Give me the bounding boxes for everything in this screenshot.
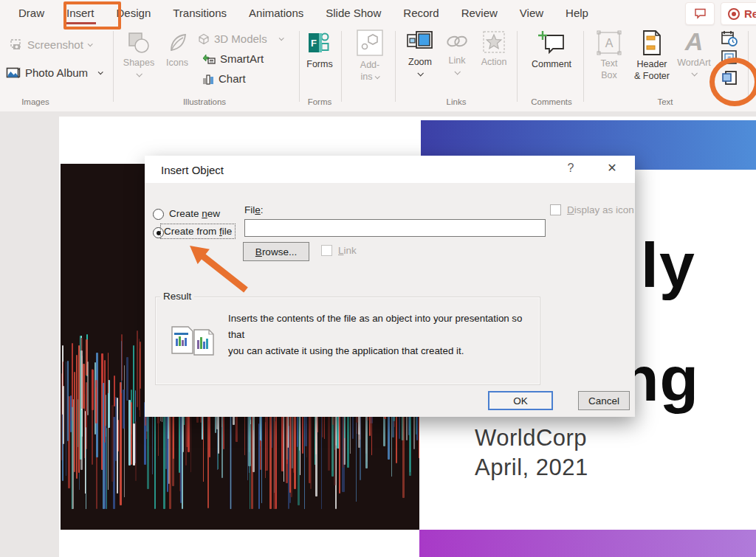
link-icon [444,30,470,52]
text-box-label-line1: Text [601,58,618,69]
group-divider [583,31,584,102]
forms-label: Forms [306,59,332,70]
date-time-button[interactable] [721,30,740,47]
screenshot-button[interactable]: Screenshot [10,38,92,51]
create-from-file-label[interactable]: Create from file [160,224,236,239]
menu-tabs: Draw Insert Design Transitions Animation… [7,0,599,27]
result-groupbox: Inserts the contents of the file as an o… [155,297,540,385]
links-group-label: Links [447,97,467,106]
3d-cube-icon [198,33,210,45]
forms-button[interactable]: F Forms [301,30,338,70]
chevron-down-icon [88,41,93,46]
photo-album-button[interactable]: Photo Album [6,66,102,79]
screenshot-label: Screenshot [27,38,83,51]
header-footer-button[interactable]: Header & Footer [630,30,673,82]
chevron-down-icon [136,71,142,77]
comment-label: Comment [532,59,571,70]
shapes-button[interactable]: Shapes [121,31,157,77]
group-divider [517,31,518,102]
object-icon [721,69,738,87]
tab-animations[interactable]: Animations [238,0,315,27]
comment-button[interactable]: Comment [526,30,577,70]
tab-record[interactable]: Record [392,0,450,27]
text-box-icon: A [596,30,622,55]
tab-draw[interactable]: Draw [7,0,55,27]
result-groupbox-label: Result [160,291,194,302]
3d-models-button[interactable]: 3D Models [198,32,283,45]
cancel-button[interactable]: Cancel [578,391,630,410]
create-new-label[interactable]: Create new [169,208,220,219]
screenshot-icon [10,39,23,50]
images-group-label: Images [21,97,49,106]
group-divider [748,31,749,102]
text-box-label-line2: Box [601,70,617,81]
tab-transitions[interactable]: Transitions [162,0,238,27]
chevron-down-icon [454,69,460,75]
ok-button[interactable]: OK [488,391,553,410]
wordart-label: WordArt [677,58,711,69]
text-group-label: Text [657,97,673,106]
shapes-icon [127,31,151,55]
add-ins-label-line1: Add- [360,60,379,71]
3d-models-label: 3D Models [214,32,267,45]
tab-insert[interactable]: Insert [55,0,106,27]
create-new-radio[interactable] [153,209,164,220]
header-footer-label-line1: Header [637,59,667,70]
wordart-icon: A [685,28,704,55]
icons-button[interactable]: Icons [160,31,194,69]
display-as-icon-label[interactable]: Display as icon [567,204,634,215]
action-label: Action [481,57,507,68]
tab-insert-label: Insert [66,7,94,19]
header-footer-icon [642,30,662,56]
zoom-button[interactable]: Zoom [403,30,437,76]
date-time-icon [721,30,738,47]
tab-help[interactable]: Help [554,0,599,27]
slide-bottom-accent-bar [419,530,756,557]
svg-text:F: F [311,38,317,49]
zoom-label: Zoom [408,57,432,68]
record-button-label: Re [744,7,756,20]
chevron-down-icon [98,69,103,75]
wordart-button[interactable]: A WordArt [676,28,712,76]
svg-text:#: # [727,55,731,61]
smartart-button[interactable]: SmartArt [202,52,264,65]
chart-button[interactable]: Chart [202,72,246,85]
shapes-label: Shapes [123,58,154,69]
add-ins-button[interactable]: Add- ins [353,29,387,83]
link-button[interactable]: Link [441,30,472,75]
chart-icon [202,73,214,85]
chevron-down-icon [278,35,284,41]
action-button[interactable]: Action [475,30,512,68]
forms-icon: F [306,30,333,56]
dialog-help-button[interactable]: ? [562,162,580,178]
comments-pane-button[interactable] [685,2,715,25]
text-box-button[interactable]: A Text Box [591,30,628,81]
record-button[interactable]: Re [721,2,756,25]
menu-bar: Draw Insert Design Transitions Animation… [0,0,756,27]
link-checkbox-label[interactable]: Link [338,245,357,256]
record-dot-icon [728,8,740,20]
slide-number-icon: # [721,49,738,66]
file-label: File: [244,204,264,215]
header-footer-label-line2: & Footer [634,71,670,82]
photo-album-label: Photo Album [25,66,88,79]
file-path-input[interactable] [244,219,546,237]
display-as-icon-checkbox[interactable] [550,204,561,215]
insert-object-button[interactable] [721,69,740,87]
link-checkbox[interactable] [321,245,332,256]
chevron-down-icon [691,70,697,76]
tab-slide-show[interactable]: Slide Show [315,0,392,27]
zoom-icon [407,30,433,54]
comment-bubble-icon [694,8,707,19]
group-divider [341,31,342,102]
dialog-close-button[interactable]: ✕ [602,161,622,179]
tab-design[interactable]: Design [106,0,162,27]
chevron-down-icon [375,74,380,79]
group-divider [299,31,300,102]
slide-title-fragment-upper: ly [641,229,695,302]
browse-button[interactable]: Browse... [243,242,309,261]
tab-view[interactable]: View [509,0,554,27]
smartart-icon [202,53,216,64]
tab-review[interactable]: Review [450,0,509,27]
slide-number-button[interactable]: # [721,49,740,67]
